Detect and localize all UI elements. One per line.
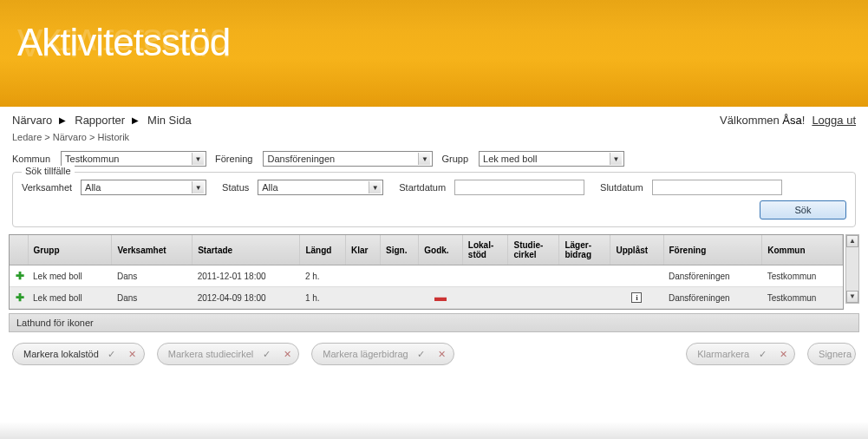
x-icon — [434, 346, 450, 362]
check-icon — [414, 346, 429, 362]
klarmarkera-button[interactable]: Klarmarkera — [686, 343, 795, 365]
cell-kommun: Testkommun — [762, 265, 843, 287]
scroll-up-icon[interactable]: ▲ — [846, 235, 858, 247]
status-label: Status — [222, 182, 249, 193]
cell-lokalstod — [462, 265, 508, 287]
table-row[interactable]: ✚Lek med bollDans2012-04-09 18:001 h.▬iD… — [10, 287, 843, 309]
th-langd[interactable]: Längd — [300, 235, 346, 265]
th-verksamhet[interactable]: Verksamhet — [112, 235, 193, 265]
results-table: Grupp Verksamhet Startade Längd Klar Sig… — [10, 235, 843, 309]
signera-button[interactable]: Signera — [807, 343, 856, 365]
results-table-wrap: Grupp Verksamhet Startade Längd Klar Sig… — [9, 234, 844, 310]
cell-studiecirkel — [508, 287, 559, 309]
app-title-reflection: Aktivitetsstöd — [17, 21, 230, 64]
caret-right-icon: ▶ — [59, 115, 66, 125]
slutdatum-label: Slutdatum — [600, 182, 643, 193]
cell-klar — [346, 265, 381, 287]
bottom-actions: Markera lokalstöd Markera studiecirkel M… — [0, 343, 868, 365]
main-nav: Närvaro ▶ Rapporter ▶ Min Sida Välkommen… — [0, 107, 868, 128]
table-row[interactable]: ✚Lek med bollDans2011-12-01 18:002 h.Dan… — [10, 265, 843, 287]
chevron-down-icon: ▼ — [369, 181, 381, 193]
nav-label: Min Sida — [147, 114, 192, 127]
app-header: Aktivitetsstöd Aktivitetsstöd — [0, 0, 868, 107]
th-lokalstod[interactable]: Lokal- stöd — [462, 235, 508, 265]
cell-lagerbidrag — [559, 265, 610, 287]
mark-lagerbidrag-button[interactable]: Markera lägerbidrag — [311, 343, 454, 365]
th-klar[interactable]: Klar — [346, 235, 381, 265]
button-label: Signera — [819, 349, 852, 359]
expand-icon[interactable]: ✚ — [15, 292, 25, 304]
button-label: Markera lokalstöd — [23, 349, 99, 359]
check-icon — [258, 346, 274, 362]
cell-forening: Dansföreningen — [663, 287, 762, 309]
chevron-down-icon: ▼ — [610, 153, 622, 165]
minus-icon: ▬ — [434, 290, 447, 304]
button-label: Markera studiecirkel — [168, 349, 253, 359]
user-link[interactable]: Åsa — [782, 114, 801, 127]
nav-label: Rapporter — [75, 114, 125, 127]
verksamhet-select[interactable]: Alla ▼ — [81, 180, 206, 195]
forening-label: Förening — [215, 154, 252, 164]
th-studiecirkel[interactable]: Studie- cirkel — [508, 235, 559, 265]
th-grupp[interactable]: Grupp — [28, 235, 112, 265]
chevron-down-icon: ▼ — [418, 153, 430, 165]
welcome-text: Välkommen Åsa! — [720, 114, 805, 127]
select-value: Testkommun — [65, 154, 119, 164]
cell-lagerbidrag — [559, 287, 610, 309]
cell-studiecirkel — [508, 265, 559, 287]
x-icon — [775, 346, 791, 362]
logout-link[interactable]: Logga ut — [812, 114, 856, 127]
startdatum-input[interactable] — [454, 180, 584, 195]
caret-right-icon: ▶ — [132, 115, 139, 125]
scroll-track[interactable] — [846, 247, 858, 291]
x-icon — [279, 346, 295, 362]
kommun-select[interactable]: Testkommun ▼ — [61, 151, 206, 167]
status-select[interactable]: Alla ▼ — [258, 180, 383, 195]
search-button[interactable]: Sök — [760, 200, 846, 220]
slutdatum-input[interactable] — [652, 180, 782, 195]
nav-narvaro[interactable]: Närvaro ▶ — [12, 114, 66, 127]
mark-studiecirkel-button[interactable]: Markera studiecirkel — [157, 343, 299, 365]
th-kommun[interactable]: Kommun — [762, 235, 843, 265]
cell-lokalstod — [462, 287, 508, 309]
scroll-down-icon[interactable]: ▼ — [846, 291, 858, 303]
th-forening[interactable]: Förening — [663, 235, 762, 265]
forening-select[interactable]: Dansföreningen ▼ — [263, 151, 433, 167]
cell-grupp: Lek med boll — [28, 265, 112, 287]
fieldset-legend: Sök tillfälle — [22, 166, 75, 176]
nav-minsida[interactable]: Min Sida — [147, 114, 192, 127]
th-upplast[interactable]: Upplåst — [610, 235, 663, 265]
select-value: Lek med boll — [483, 154, 537, 164]
cell-startade: 2012-04-09 18:00 — [193, 287, 300, 309]
th-sign[interactable]: Sign. — [381, 235, 419, 265]
button-label: Markera lägerbidrag — [323, 349, 408, 359]
nav-rapporter[interactable]: Rapporter ▶ — [75, 114, 139, 127]
bottom-shadow — [0, 422, 868, 439]
info-icon[interactable]: i — [631, 292, 642, 303]
cell-forening: Dansföreningen — [663, 265, 762, 287]
cell-grupp: Lek med boll — [28, 287, 112, 309]
kommun-label: Kommun — [12, 154, 50, 164]
select-value: Alla — [85, 182, 101, 193]
cell-godk — [419, 265, 463, 287]
grupp-select[interactable]: Lek med boll ▼ — [479, 151, 624, 167]
top-filters: Kommun Testkommun ▼ Förening Dansförenin… — [0, 151, 868, 172]
expand-icon[interactable]: ✚ — [15, 270, 25, 282]
cell-upplast — [610, 265, 663, 287]
search-fieldset: Sök tillfälle Verksamhet Alla ▼ Status A… — [12, 172, 856, 227]
breadcrumb: Ledare > Närvaro > Historik — [0, 128, 868, 151]
cell-godk: ▬ — [419, 287, 463, 309]
table-scrollbar[interactable]: ▲ ▼ — [845, 234, 859, 304]
startdatum-label: Startdatum — [399, 182, 446, 193]
grupp-label: Grupp — [441, 154, 468, 164]
th-startade[interactable]: Startade — [193, 235, 300, 265]
select-value: Dansföreningen — [267, 154, 335, 164]
icon-legend-bar[interactable]: Lathund för ikoner — [9, 313, 859, 332]
th-lagerbidrag[interactable]: Läger- bidrag — [559, 235, 610, 265]
cell-sign — [381, 265, 419, 287]
x-icon — [125, 346, 140, 362]
results-area: Grupp Verksamhet Startade Längd Klar Sig… — [9, 234, 859, 310]
verksamhet-label: Verksamhet — [22, 182, 72, 193]
th-godk[interactable]: Godk. — [419, 235, 463, 265]
mark-lokalstod-button[interactable]: Markera lokalstöd — [12, 343, 145, 365]
